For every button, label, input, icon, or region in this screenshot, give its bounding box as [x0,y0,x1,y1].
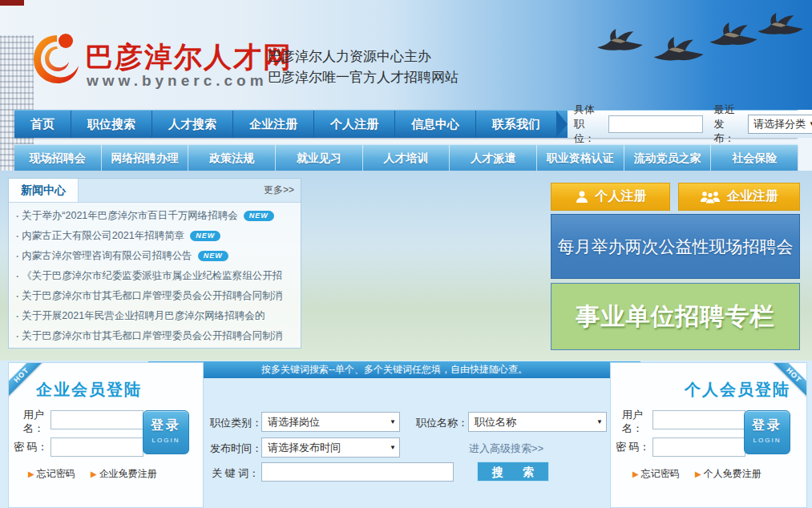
people-icon [700,190,721,204]
chevron-down-icon: ▼ [596,413,603,431]
news-link[interactable]: 关于开展2021年民营企业招聘月巴彦淖尔网络招聘会的 [22,309,265,323]
subnav-dispatch[interactable]: 人才派遣 [450,145,537,171]
new-badge: NEW [198,251,228,261]
news-link[interactable]: 内蒙古正大有限公司2021年招聘简章 [22,229,184,243]
secondary-navigation: 现场招聘会 网络招聘办理 政策法规 就业见习 人才培训 人才派遣 职业资格认证 … [14,144,798,171]
site-logo-icon[interactable] [30,29,83,88]
form-search-button[interactable]: 搜 索 [477,462,549,482]
job-position-label: 具体职位： [574,103,604,146]
position-name-select[interactable]: 职位名称 ▼ [468,412,607,432]
flying-geese-image [594,5,809,85]
page: 巴彦淖尔人才网 www.bynerc.com 巴彦淖尔人力资源中心主办 巴彦淖尔… [0,0,812,508]
nav-contact-us[interactable]: 联系我们 [476,111,556,138]
arrow-icon: ▶ [28,470,34,478]
nav-talent-search[interactable]: 人才搜索 [152,111,233,138]
subnav-training[interactable]: 人才培训 [363,145,450,171]
company-login-title: 企业会员登陆 [36,379,142,401]
publish-time-label: 发布时间： [210,441,262,456]
nav-info-center[interactable]: 信息中心 [395,111,476,138]
news-link[interactable]: 内蒙古淖尔管理咨询有限公司招聘公告 [22,249,192,263]
position-name-label: 职位名称： [416,416,468,430]
nav-job-search[interactable]: 职位搜索 [71,111,152,138]
username-label: 用户名： [23,408,47,435]
subnav-online-recruit[interactable]: 网络招聘办理 [102,145,189,171]
chevron-down-icon: ▼ [390,413,396,431]
nav-personal-register[interactable]: 个人注册 [314,111,395,138]
new-badge: NEW [244,211,274,221]
nav-company-register[interactable]: 企业注册 [233,111,314,138]
news-item: · 关于举办“2021年巴彦淖尔市百日千万网络招聘会 NEW [14,206,296,226]
keyword-search-tip: 按多关键词搜索--单个、多个关键词任您填，自由快捷随心查。 [148,361,640,378]
personal-login-button[interactable]: 登录 LOGIN [744,410,790,454]
news-item: · 关于巴彦淖尔市甘其毛都口岸管理委员会公开招聘合同制消 [14,286,296,306]
news-list: · 关于举办“2021年巴彦淖尔市百日千万网络招聘会 NEW · 内蒙古正大有限… [9,203,301,346]
chevron-down-icon: ▼ [390,438,396,457]
company-panel-links: ▶忘记密码 ▶企业免费注册 [28,467,170,481]
subnav-party-members[interactable]: 流动党员之家 [624,145,712,171]
news-link[interactable]: 关于巴彦淖尔市甘其毛都口岸管理委员会公开招聘合同制消 [22,289,282,303]
news-link[interactable]: 关于举办“2021年巴彦淖尔市百日千万网络招聘会 [22,209,237,223]
news-more-link[interactable]: 更多>> [264,179,294,202]
password-label: 密 码： [616,440,650,454]
recent-publish-label: 最近发布： [714,103,744,146]
news-header: 新闻中心 更多>> [9,179,301,203]
personal-login-title: 个人会员登陆 [685,379,790,401]
news-link[interactable]: 关于巴彦淖尔市甘其毛都口岸管理委员会公开招聘合同制消 [22,329,282,343]
nav-quick-search: 具体职位： 最近发布： 请选择分类 ▼ 搜索 [568,111,812,138]
tagline-line1: 巴彦淖尔人力资源中心主办 [268,46,459,67]
arrow-icon: ▶ [91,470,97,478]
personal-panel-links: ▶忘记密码 ▶个人免费注册 [632,467,774,481]
arrow-icon: ▶ [695,470,701,478]
keyword-input[interactable] [261,462,454,482]
site-title: 巴彦淖尔人才网 [85,38,293,76]
job-position-input[interactable] [608,115,703,133]
news-link[interactable]: 《关于巴彦淖尔市纪委监委派驻市属企业纪检监察组公开招 [22,269,282,283]
top-left-marker [0,0,24,6]
company-login-panel: HOT 企业会员登陆 用户名： 密 码： 登录 LOGIN ▶忘记密码 ▶企业免… [8,362,204,508]
subnav-certification[interactable]: 职业资格认证 [537,145,624,171]
tab-news-center[interactable]: 新闻中心 [9,179,79,202]
nav-arrow-notch [556,111,568,138]
site-tagline: 巴彦淖尔人力资源中心主办 巴彦淖尔唯一官方人才招聘网站 [268,46,459,88]
subnav-onsite-fair[interactable]: 现场招聘会 [14,145,102,171]
company-login-button[interactable]: 登录 LOGIN [143,410,189,454]
company-forgot-password-link[interactable]: ▶忘记密码 [28,468,75,479]
company-username-input[interactable] [50,410,143,429]
company-password-input[interactable] [50,437,143,457]
personal-forgot-password-link[interactable]: ▶忘记密码 [632,468,680,479]
personal-login-panel: HOT 个人会员登陆 用户名： 密 码： 登录 LOGIN ▶忘记密码 ▶个人免… [610,362,807,508]
username-label: 用户名： [622,408,646,435]
personal-password-input[interactable] [652,437,745,457]
personal-free-register-link[interactable]: ▶个人免费注册 [695,468,762,479]
personal-username-input[interactable] [652,410,745,429]
person-icon [575,190,589,204]
publish-time-select[interactable]: 请选择发布时间 ▼ [261,437,400,458]
category-select[interactable]: 请选择分类 ▼ [748,115,812,134]
main-navigation: 首页 职位搜索 人才搜索 企业注册 个人注册 信息中心 联系我们 具体职位： 最… [14,110,798,138]
news-panel: 新闻中心 更多>> · 关于举办“2021年巴彦淖尔市百日千万网络招聘会 NEW… [8,178,301,349]
site-url: www.bynerc.com [87,72,268,90]
new-badge: NEW [190,231,220,241]
company-register-button[interactable]: 企业注册 [678,183,800,211]
public-institution-banner[interactable]: 事业单位招聘专栏 [551,283,800,350]
news-item: · 内蒙古正大有限公司2021年招聘简章 NEW [14,226,296,246]
subnav-social-insurance[interactable]: 社会保险 [711,145,798,171]
subnav-internship[interactable]: 就业见习 [276,145,363,171]
news-item: · 关于巴彦淖尔市甘其毛都口岸管理委员会公开招聘合同制消 [14,326,296,346]
subnav-policy[interactable]: 政策法规 [188,145,276,171]
nav-home[interactable]: 首页 [14,111,71,138]
monthly-fair-banner[interactable]: 每月举办两次公益性现场招聘会 [551,214,800,279]
position-category-label: 职位类别： [210,416,262,430]
password-label: 密 码： [14,440,48,454]
advanced-search-link[interactable]: 进入高级搜索>> [469,441,543,456]
company-free-register-link[interactable]: ▶企业免费注册 [91,468,157,479]
keyword-label: 关 键 词： [212,466,259,481]
personal-register-button[interactable]: 个人注册 [551,183,670,211]
position-category-select[interactable]: 请选择岗位 ▼ [261,412,400,432]
news-item: · 《关于巴彦淖尔市纪委监委派驻市属企业纪检监察组公开招 [14,266,296,286]
arrow-icon: ▶ [632,470,639,478]
news-item: · 关于开展2021年民营企业招聘月巴彦淖尔网络招聘会的 [14,306,296,326]
chevron-down-icon: ▼ [809,115,812,133]
news-item: · 内蒙古淖尔管理咨询有限公司招聘公告 NEW [14,246,296,266]
tagline-line2: 巴彦淖尔唯一官方人才招聘网站 [268,67,459,88]
